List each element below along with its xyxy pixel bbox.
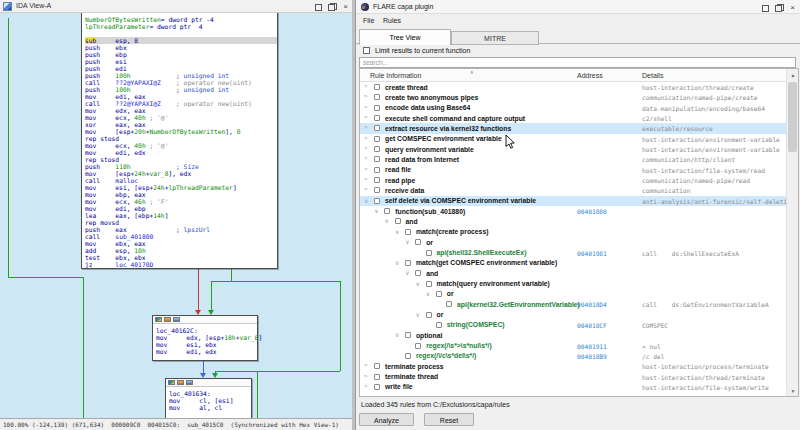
disasm-line[interactable]: mov al, cl [169,404,251,411]
disasm-line[interactable]: push 100h ; unsigned int [85,72,277,79]
maximize-icon[interactable] [315,4,322,11]
tree-row[interactable]: ∨optional [360,330,787,340]
rule-checkbox[interactable] [374,187,380,193]
node-color-icon[interactable] [177,380,184,385]
rule-checkbox[interactable] [405,260,411,266]
rule-checkbox[interactable] [405,353,411,359]
rule-checkbox[interactable] [374,115,380,121]
disasm-line[interactable]: mov ecx, 46h ; 'F' [85,198,277,205]
tree-row[interactable]: >create threadhost-interaction/thread/cr… [360,82,787,92]
basic-block-node[interactable]: loc_40162C:mov edx, [esp+18h+var_8]mov e… [152,315,258,361]
disasm-line[interactable]: mov cl, [esi] [169,397,251,404]
maximize-icon[interactable] [762,5,769,12]
tree-row[interactable]: ∨match(query environment variable) [360,279,787,289]
collapse-arrow-icon[interactable]: ∨ [385,217,389,224]
disasm-line[interactable]: call ??2@YAPAXI@Z ; operator new(uint) [85,79,277,86]
disasm-line[interactable]: NumberOfBytesWritten= dword ptr -4 [85,16,277,23]
collapse-arrow-icon[interactable]: ∨ [405,238,409,245]
close-icon[interactable]: × [343,3,348,11]
vertical-scrollbar[interactable]: ▲ ▼ [786,69,798,396]
expand-arrow-icon[interactable]: > [364,383,368,389]
collapse-arrow-icon[interactable]: ∨ [395,228,399,235]
disasm-line[interactable]: xor eax, eax [85,121,277,128]
expand-arrow-icon[interactable]: > [364,362,368,368]
disasm-line[interactable]: mov esi, ebx [156,341,257,348]
rule-checkbox[interactable] [436,291,442,297]
rule-checkbox[interactable] [374,105,380,111]
tree-row[interactable]: ∨or [360,310,787,320]
collapse-arrow-icon[interactable]: ∨ [405,269,409,276]
rule-checkbox[interactable] [374,156,380,162]
disasm-line[interactable]: lea eax, [ebp+14h] [85,212,277,219]
match-address[interactable]: 004018CF [577,322,607,329]
match-address[interactable]: 004018D4 [577,301,607,308]
disasm-line[interactable]: rep stosd [85,156,277,163]
match-address[interactable]: 004018B9 [577,353,607,360]
tree-row[interactable]: >execute shell command and capture outpu… [360,113,787,123]
expand-arrow-icon[interactable]: > [364,93,368,99]
disasm-line[interactable]: mov [esp+20h+NumberOfBytesWritten], 0 [85,128,277,135]
scroll-down-icon[interactable]: ▼ [787,385,799,396]
tree-row[interactable]: api(shell32.ShellExecuteEx)00401981call … [360,248,787,258]
disasm-line[interactable]: rep movsd [85,219,277,226]
float-window-icon[interactable] [775,4,784,12]
rule-checkbox[interactable] [374,384,380,390]
expand-arrow-icon[interactable]: > [364,135,368,141]
tree-row[interactable]: string(COMSPEC)004018CFCOMSPEC [360,320,787,330]
rule-checkbox[interactable] [374,125,380,131]
disasm-line[interactable]: push ebx [85,44,277,51]
tree-row[interactable]: >receive datacommunication [360,185,787,195]
expand-arrow-icon[interactable]: > [364,114,368,120]
column-details[interactable]: Details [642,72,663,79]
disasm-line[interactable]: add esp, 10h [85,247,277,254]
tree-row[interactable]: >read pipecommunication/named-pipe/read [360,175,787,185]
rule-checkbox[interactable] [415,270,421,276]
tree-row[interactable]: >extract resource via kernel32 functions… [360,123,787,133]
expand-arrow-icon[interactable]: > [364,186,368,192]
collapse-arrow-icon[interactable]: ∨ [395,259,399,266]
tree-row[interactable]: >get COMSPEC environment variablehost-in… [360,134,787,144]
expand-arrow-icon[interactable]: > [364,83,368,89]
node-group-icon[interactable] [155,317,162,322]
rule-checkbox[interactable] [374,198,380,204]
disasm-line[interactable]: push 100h ; unsigned int [85,86,277,93]
tree-row[interactable]: ∨match(create process) [360,227,787,237]
node-text-view-icon[interactable] [186,380,193,385]
expand-arrow-icon[interactable]: > [364,145,368,151]
tree-row[interactable]: >read data from Internetcommunication/ht… [360,154,787,164]
limit-results-checkbox[interactable] [363,47,370,54]
disasm-line[interactable]: push edi [85,65,277,72]
disasm-line[interactable]: loc_401634: [169,390,251,397]
rule-checkbox[interactable] [426,250,432,256]
menu-rules[interactable]: Rules [383,17,401,24]
disasm-line[interactable]: lpThreadParameter= dword ptr 4 [85,23,277,30]
scrollbar-thumb[interactable] [788,82,797,152]
rule-checkbox[interactable] [446,301,452,307]
rule-checkbox[interactable] [426,312,432,318]
disasm-line[interactable]: push eax ; lpszUrl [85,226,277,233]
tree-row[interactable]: ∨and [360,268,787,278]
rule-checkbox[interactable] [436,322,442,328]
basic-block-node[interactable]: loc_401634:mov cl, [esi]mov al, cl [165,378,252,418]
disasm-line[interactable]: mov ecx, 40h ; '@' [85,142,277,149]
tree-row[interactable]: ∨or [360,289,787,299]
disasm-line[interactable] [85,30,277,37]
rule-checkbox[interactable] [415,343,421,349]
disasm-line[interactable]: push esi [85,58,277,65]
disasm-line[interactable]: call sub_401800 [85,233,277,240]
match-address[interactable]: 00401981 [577,250,607,257]
disasm-line[interactable]: mov edx, eax [85,107,277,114]
rule-checkbox[interactable] [374,177,380,183]
tree-row[interactable]: ∨match(get COMSPEC environment variable) [360,258,787,268]
rule-checkbox[interactable] [374,167,380,173]
reset-button[interactable]: Reset [424,413,474,426]
disasm-line[interactable]: rep stosd [85,135,277,142]
disasm-line[interactable]: mov edi, ebp [85,205,277,212]
rule-checkbox[interactable] [415,239,421,245]
scroll-up-icon[interactable]: ▲ [787,69,799,80]
collapse-arrow-icon[interactable]: ∨ [364,197,368,204]
rule-checkbox[interactable] [374,374,380,380]
search-input[interactable] [359,57,796,68]
disasm-line[interactable]: push ebp [85,51,277,58]
collapse-arrow-icon[interactable]: ∨ [426,290,430,297]
